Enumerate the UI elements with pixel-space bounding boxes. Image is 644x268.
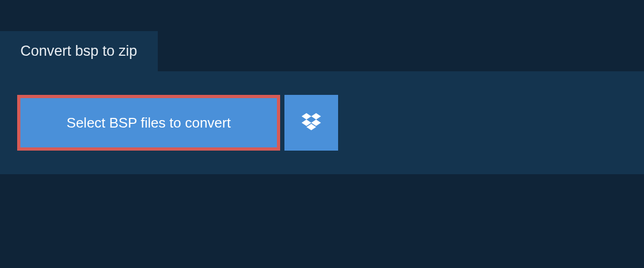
tab-convert[interactable]: Convert bsp to zip	[0, 31, 158, 71]
select-files-button[interactable]: Select BSP files to convert	[17, 95, 280, 151]
select-files-label: Select BSP files to convert	[67, 115, 231, 131]
dropbox-icon	[302, 113, 321, 132]
tab-label: Convert bsp to zip	[20, 43, 137, 59]
content-panel: Select BSP files to convert	[0, 71, 644, 174]
dropbox-button[interactable]	[284, 95, 338, 151]
